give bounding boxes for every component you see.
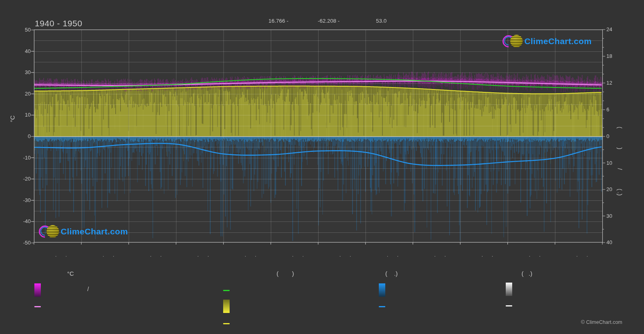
sun-ball-icon [510,35,523,47]
month-tick-remnant-8: . . [387,252,402,257]
legend-temperature-line-swatch [34,306,41,307]
month-tick-remnant-4: . . [197,252,213,257]
month-tick-remnant-12: . . [576,252,591,257]
month-tick-remnant-11: . . [529,252,544,257]
legend-sunshine-line-swatch [223,323,230,324]
legend-snow-area-swatch [506,283,512,296]
legend-snow-line-swatch [506,305,512,306]
sun-ball-icon [46,225,59,238]
climate-chart-page: 1940 - 1950 16.766 - -62.208 - 53.0 °C (… [0,0,644,334]
legend-daylength-line-swatch [223,290,230,291]
month-tick-remnant-1: . . [55,252,71,257]
month-tick-remnant-9: . . [434,252,450,257]
legend-precipitation-area-swatch [379,283,385,297]
legend-temperature-band-swatch [34,283,41,297]
legend-group-temperature-header: °C [67,270,74,277]
month-tick-remnant-10: . . [481,252,497,257]
watermark-text: ClimeChart.com [524,36,592,46]
month-tick-remnant-7: . . [340,252,355,257]
month-tick-remnant-6: . . [292,252,307,257]
legend-precipitation-line-swatch [379,306,385,307]
legend-temperature-maxmin-label: / [87,286,89,292]
month-tick-remnant-2: . . [103,252,118,257]
watermark-text: ClimeChart.com [61,227,128,236]
legend-group-sunshine-header: ( ) [277,270,294,277]
watermark-logo-bottom-left: ClimeChart.com [39,225,128,238]
legend-group-precipitation-header: ( .) [385,270,398,277]
month-tick-remnant-5: . . [245,252,260,257]
month-tick-remnant-3: . . [150,252,165,257]
legend-group-snow-header: ( .) [522,270,532,277]
copyright-text: © ClimeChart.com [581,319,622,325]
legend-sunshine-area-swatch [223,300,230,313]
watermark-logo-top-right: ClimeChart.com [503,35,592,47]
x-axis-tick-labels: . .. .. .. .. .. .. .. .. .. .. .. . [0,0,644,334]
